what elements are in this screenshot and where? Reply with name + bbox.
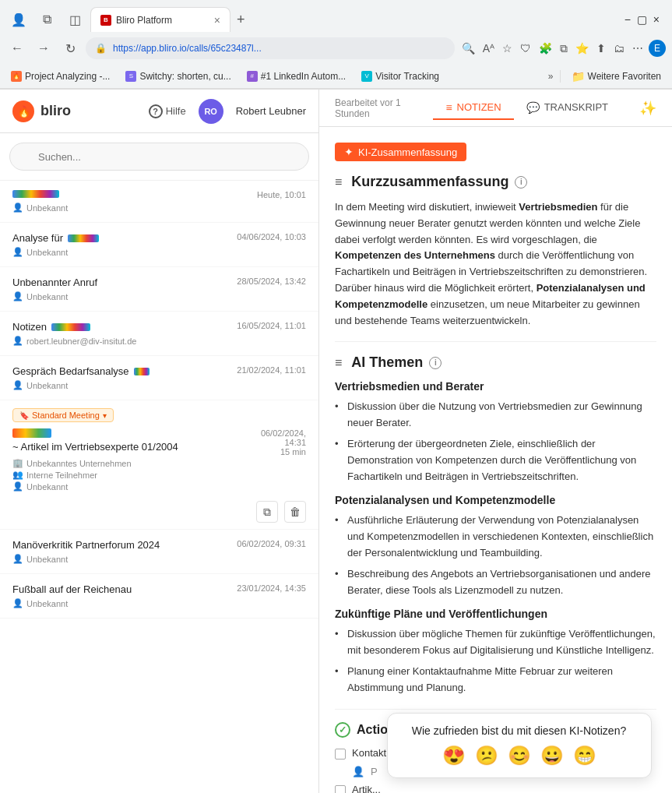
meeting-tag[interactable]: 🔖 Standard Meeting ▾: [12, 408, 114, 422]
reader-btn[interactable]: Aᴬ: [480, 40, 497, 58]
person-icon: 👤: [352, 766, 364, 777]
url-input[interactable]: 🔒 https://app.bliro.io/calls/65c23487l..…: [86, 37, 455, 59]
list-item-tagged[interactable]: 🔖 Standard Meeting ▾ ~ Artikel im Vertri…: [0, 400, 318, 530]
edge-btn[interactable]: E: [649, 40, 666, 57]
tab-notizen[interactable]: ≡ NOTIZEN: [433, 97, 513, 120]
item-header: Analyse für 04/06/2024, 10:03: [12, 232, 306, 244]
favorites-folder[interactable]: 📁 Weitere Favoriten: [567, 69, 666, 84]
magic-btn[interactable]: ✨: [639, 100, 656, 117]
ki-badge: ✦ KI-Zusammenfassung: [335, 143, 466, 161]
browser-chrome: 👤 ⧉ ◫ B Bliro Platform × + − ▢ × ← → ↻ 🔒…: [0, 0, 672, 90]
tagged-date-time: 14:31: [261, 438, 306, 447]
bookmark-project[interactable]: 🔥 Project Analyzing -...: [6, 69, 114, 83]
collections-btn[interactable]: 🗂: [611, 40, 627, 58]
item-person: Unbekannt: [26, 555, 68, 564]
tagged-date-dur: 15 min: [261, 447, 306, 456]
tab-transkript-label: TRANSKRIPT: [544, 101, 608, 113]
checkbox-1[interactable]: [335, 785, 346, 793]
back-btn[interactable]: ←: [6, 37, 28, 59]
shield-btn[interactable]: 🛡: [518, 40, 533, 58]
item-person: robert.leubner@div-insitut.de: [26, 337, 136, 346]
forward-btn[interactable]: →: [33, 37, 55, 59]
emoji-btn-3[interactable]: 😀: [540, 745, 564, 767]
emoji-btn-0[interactable]: 😍: [442, 745, 466, 767]
item-subtitle: 👤 Unbekannt: [12, 247, 306, 257]
close-btn[interactable]: ×: [653, 13, 660, 26]
ai-themes-label: AI Themen: [351, 354, 423, 371]
url-bar-row: ← → ↻ 🔒 https://app.bliro.io/calls/65c23…: [0, 33, 672, 64]
user-avatar[interactable]: RO: [199, 99, 223, 124]
list-item[interactable]: Unbenannter Anruf 28/05/2024, 13:42 👤 Un…: [0, 267, 318, 312]
theme-item: Beschreibung des Angebots an Vertriebsor…: [335, 566, 656, 599]
maximize-btn[interactable]: ▢: [637, 13, 647, 26]
profile-btn[interactable]: 👤: [6, 9, 31, 30]
new-tab-btn[interactable]: +: [234, 9, 248, 31]
tab-close-btn[interactable]: ×: [214, 15, 220, 26]
checkbox-0[interactable]: [335, 749, 346, 760]
tag-row: 🔖 Standard Meeting ▾: [0, 400, 318, 425]
tab-groups-btn[interactable]: ⧉: [34, 9, 59, 30]
item-header: Notizen 16/05/2024, 11:01: [12, 321, 306, 333]
summary-info-icon[interactable]: i: [515, 176, 527, 189]
person2-name: Unbekannt: [26, 482, 68, 492]
emoji-btn-2[interactable]: 😊: [508, 745, 531, 767]
item-title-row: [12, 190, 59, 198]
bookmark-switchy[interactable]: S Switchy: shorten, cu...: [121, 69, 235, 83]
item-title: Notizen: [12, 321, 47, 333]
url-text: https://app.bliro.io/calls/65c23487l...: [113, 43, 262, 54]
emoji-row: 😍 😕 😊 😀 😁: [400, 745, 639, 767]
app: 🔥 bliro ? Hilfe RO Robert Leubner 🔍: [0, 90, 672, 793]
bookmarks-more-btn[interactable]: »: [548, 71, 554, 82]
bookmark-linkedin[interactable]: # #1 LinkedIn Autom...: [242, 69, 350, 83]
list-icon: ≡: [335, 175, 342, 189]
favorites-btn[interactable]: ⭐: [573, 40, 591, 58]
theme-item: Erörterung der übergeordneten Ziele, ein…: [335, 436, 656, 485]
bookmark-visitor[interactable]: V Visitor Tracking: [357, 69, 444, 83]
item-colorbar: [51, 323, 90, 331]
active-tab[interactable]: B Bliro Platform ×: [90, 7, 230, 32]
list-item[interactable]: Analyse für 04/06/2024, 10:03 👤 Unbekann…: [0, 223, 318, 267]
themes-info-icon[interactable]: i: [429, 357, 442, 369]
share-btn[interactable]: ⬆: [594, 40, 608, 58]
tagged-item-body: ~ Artikel im Vertriebsexperte 01/2004 06…: [0, 425, 318, 498]
bookmark-favicon-linkedin: #: [247, 71, 258, 82]
item-date: Heute, 10:01: [257, 190, 306, 199]
help-label: Hilfe: [166, 105, 186, 117]
item-actions: ⧉ 🗑: [0, 498, 318, 529]
ai-themes-title: ≡ AI Themen i: [335, 354, 656, 371]
theme-item: Diskussion über die Nutzung von Vertrieb…: [335, 399, 656, 432]
item-header: Gespräch Bedarfsanalyse 21/02/2024, 11:0…: [12, 365, 306, 377]
item-date: 06/02/2024, 09:31: [237, 539, 306, 548]
list-item[interactable]: Manöverkritik Partnerforum 2024 06/02/20…: [0, 530, 318, 574]
copy-btn[interactable]: ⧉: [256, 501, 278, 523]
more-tools-btn[interactable]: ⋯: [630, 40, 646, 58]
person-icon: 👤: [12, 203, 23, 213]
bookmark-label-visitor: Visitor Tracking: [375, 71, 439, 82]
list-item[interactable]: Fußball auf der Reichenau 23/01/2024, 14…: [0, 574, 318, 619]
tab-transkript[interactable]: 💬 TRANSKRIPT: [514, 97, 621, 120]
search-zoom-btn[interactable]: 🔍: [459, 40, 477, 58]
theme-item: Diskussion über mögliche Themen für zukü…: [335, 626, 656, 659]
split-view-btn[interactable]: ⧉: [558, 40, 570, 58]
tagged-persons: 👥 Interne Teilnehmer: [12, 470, 306, 480]
list-item[interactable]: Notizen 16/05/2024, 11:01 👤 robert.leubn…: [0, 312, 318, 356]
bookmark-favicon-switchy: S: [125, 71, 136, 82]
item-person: Unbekannt: [26, 203, 68, 213]
list-item[interactable]: Heute, 10:01 👤 Unbekannt: [0, 181, 318, 223]
ki-badge-label: KI-Zusammenfassung: [358, 146, 457, 158]
bookmark-star-btn[interactable]: ☆: [500, 40, 515, 58]
help-btn[interactable]: ? Hilfe: [149, 104, 186, 118]
theme-title-1: Potenzialanalysen und Kompetenzmodelle: [335, 494, 656, 506]
list-item[interactable]: Gespräch Bedarfsanalyse 21/02/2024, 11:0…: [0, 356, 318, 400]
url-actions: 🔍 Aᴬ ☆ 🛡 🧩 ⧉ ⭐ ⬆ 🗂 ⋯ E: [459, 40, 666, 58]
item-colorbar: [12, 190, 59, 198]
refresh-btn[interactable]: ↻: [59, 37, 81, 59]
emoji-btn-4[interactable]: 😁: [573, 745, 596, 767]
delete-btn[interactable]: 🗑: [284, 501, 306, 523]
sidebar-toggle-btn[interactable]: ◫: [62, 9, 87, 30]
extensions-btn[interactable]: 🧩: [537, 40, 554, 58]
tab-group: ≡ NOTIZEN 💬 TRANSKRIPT: [433, 97, 621, 120]
minimize-btn[interactable]: −: [625, 13, 631, 26]
search-input[interactable]: [9, 143, 309, 171]
emoji-btn-1[interactable]: 😕: [475, 745, 498, 767]
